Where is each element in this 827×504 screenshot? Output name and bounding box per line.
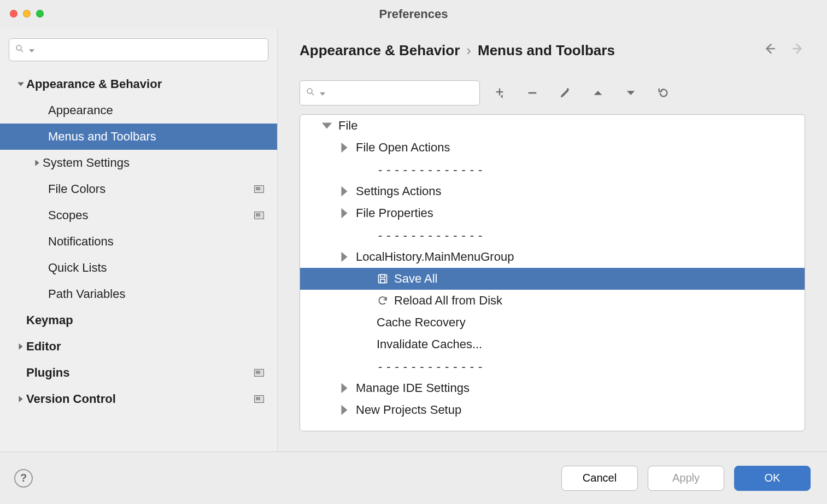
minimize-window-button[interactable] bbox=[23, 10, 31, 17]
menu-tree-item[interactable]: File Properties bbox=[300, 202, 805, 224]
move-down-button[interactable] bbox=[624, 86, 637, 99]
svg-line-1 bbox=[21, 50, 23, 52]
panel-search[interactable] bbox=[300, 80, 480, 106]
sidebar-item[interactable]: Notifications bbox=[0, 228, 277, 255]
preferences-window: Preferences Appearance & BehaviorAppeara… bbox=[0, 0, 827, 504]
sidebar-item-label: Appearance & Behavior bbox=[26, 77, 264, 91]
sidebar-item[interactable]: Appearance & Behavior bbox=[0, 71, 277, 97]
chevron-right-icon bbox=[338, 185, 350, 197]
project-level-badge-icon bbox=[254, 369, 264, 377]
sidebar-item[interactable]: System Settings bbox=[0, 150, 277, 176]
menu-item-label: Cache Recovery bbox=[377, 315, 466, 330]
sidebar-item[interactable]: Path Variables bbox=[0, 281, 277, 307]
sidebar-item[interactable]: Quick Lists bbox=[0, 255, 277, 281]
chevron-right-icon bbox=[338, 142, 350, 154]
toolbar-icons bbox=[493, 86, 670, 99]
panel-search-input[interactable] bbox=[330, 87, 474, 99]
menu-item-label: LocalHistory.MainMenuGroup bbox=[356, 250, 514, 264]
menu-separator[interactable]: ------------- bbox=[300, 159, 805, 180]
menu-item-label: ------------- bbox=[377, 163, 485, 177]
titlebar: Preferences bbox=[0, 0, 827, 28]
svg-rect-6 bbox=[380, 279, 385, 283]
panel-toolbar bbox=[300, 80, 805, 106]
project-level-badge-icon bbox=[254, 185, 264, 193]
sidebar-item-label: Quick Lists bbox=[48, 261, 264, 275]
menu-tree-item[interactable]: Cache Recovery bbox=[300, 312, 805, 333]
sidebar-search[interactable] bbox=[9, 38, 268, 61]
ok-button[interactable]: OK bbox=[734, 466, 811, 491]
chevron-right-icon bbox=[338, 382, 350, 394]
zoom-window-button[interactable] bbox=[36, 10, 44, 17]
menu-item-label: ------------- bbox=[377, 228, 485, 242]
remove-action-button[interactable] bbox=[526, 86, 539, 99]
menu-separator[interactable]: ------------- bbox=[300, 224, 805, 246]
reload-icon bbox=[377, 295, 389, 306]
sidebar-item-label: File Colors bbox=[48, 182, 254, 196]
help-button[interactable]: ? bbox=[14, 469, 33, 488]
sidebar-item[interactable]: Scopes bbox=[0, 202, 277, 228]
menu-item-label: New Projects Setup bbox=[356, 403, 461, 417]
svg-line-3 bbox=[312, 93, 314, 95]
chevron-down-icon bbox=[321, 120, 333, 132]
menu-tree-item[interactable]: New Projects Setup bbox=[300, 399, 805, 421]
svg-point-0 bbox=[16, 45, 21, 50]
menu-item-label: Reload All from Disk bbox=[394, 294, 502, 308]
sidebar-item[interactable]: Version Control bbox=[0, 386, 277, 412]
window-controls bbox=[10, 10, 44, 17]
svg-rect-5 bbox=[380, 275, 385, 278]
menu-tree-item[interactable]: Invalidate Caches... bbox=[300, 333, 805, 355]
sidebar-search-input[interactable] bbox=[39, 44, 262, 56]
sidebar-item-label: System Settings bbox=[43, 156, 264, 170]
breadcrumb-parent: Appearance & Behavior bbox=[300, 42, 460, 59]
edit-action-button[interactable] bbox=[559, 86, 572, 99]
menu-tree-panel: FileFile Open Actions-------------Settin… bbox=[300, 114, 805, 431]
dropdown-caret-icon bbox=[29, 45, 34, 55]
menu-tree-item[interactable]: Reload All from Disk bbox=[300, 290, 805, 312]
project-level-badge-icon bbox=[254, 395, 264, 403]
menu-item-label: File Properties bbox=[356, 206, 433, 220]
save-icon bbox=[377, 273, 389, 284]
sidebar-item-label: Path Variables bbox=[48, 287, 264, 301]
chevron-right-icon bbox=[15, 395, 26, 403]
svg-point-2 bbox=[307, 89, 312, 93]
menu-item-label: Settings Actions bbox=[356, 184, 442, 198]
sidebar-item-label: Version Control bbox=[26, 392, 254, 406]
restore-defaults-button[interactable] bbox=[657, 86, 670, 99]
sidebar-item[interactable]: Editor bbox=[0, 333, 277, 360]
menu-tree-item[interactable]: File bbox=[300, 115, 805, 137]
menu-item-label: Save All bbox=[394, 272, 438, 286]
close-window-button[interactable] bbox=[10, 10, 17, 17]
sidebar-item-label: Scopes bbox=[48, 208, 254, 222]
dropdown-caret-icon bbox=[320, 88, 325, 98]
nav-back-button[interactable] bbox=[763, 42, 777, 60]
sidebar-item[interactable]: File Colors bbox=[0, 176, 277, 202]
menu-tree-item[interactable]: Settings Actions bbox=[300, 180, 805, 202]
sidebar-item[interactable]: Keymap bbox=[0, 307, 277, 333]
settings-tree: Appearance & BehaviorAppearanceMenus and… bbox=[0, 68, 277, 452]
sidebar-item[interactable]: Appearance bbox=[0, 97, 277, 124]
breadcrumb-nav bbox=[763, 42, 805, 60]
main-panel: Appearance & Behavior › Menus and Toolba… bbox=[278, 28, 827, 452]
menu-tree-item[interactable]: File Open Actions bbox=[300, 137, 805, 159]
menu-tree-item[interactable]: Save All bbox=[300, 268, 805, 290]
menu-tree-item[interactable]: Manage IDE Settings bbox=[300, 377, 805, 399]
sidebar-item-label: Keymap bbox=[26, 313, 264, 327]
apply-button[interactable]: Apply bbox=[648, 466, 724, 491]
sidebar-item-label: Editor bbox=[26, 339, 264, 354]
chevron-right-icon bbox=[15, 343, 26, 350]
nav-forward-button[interactable] bbox=[791, 42, 805, 60]
sidebar-item[interactable]: Plugins bbox=[0, 360, 277, 386]
search-icon bbox=[15, 44, 25, 56]
sidebar-item-label: Notifications bbox=[48, 235, 264, 249]
menu-tree-item[interactable]: LocalHistory.MainMenuGroup bbox=[300, 246, 805, 268]
move-up-button[interactable] bbox=[591, 86, 605, 99]
add-action-button[interactable] bbox=[493, 86, 506, 99]
sidebar-item[interactable]: Menus and Toolbars bbox=[0, 124, 277, 150]
dialog-footer: ? Cancel Apply OK bbox=[0, 452, 827, 504]
project-level-badge-icon bbox=[254, 212, 264, 219]
menu-separator[interactable]: ------------- bbox=[300, 355, 805, 377]
breadcrumb: Appearance & Behavior › Menus and Toolba… bbox=[300, 42, 805, 60]
sidebar-item-label: Menus and Toolbars bbox=[48, 130, 264, 144]
cancel-button[interactable]: Cancel bbox=[561, 466, 638, 491]
menu-item-label: ------------- bbox=[377, 360, 485, 373]
